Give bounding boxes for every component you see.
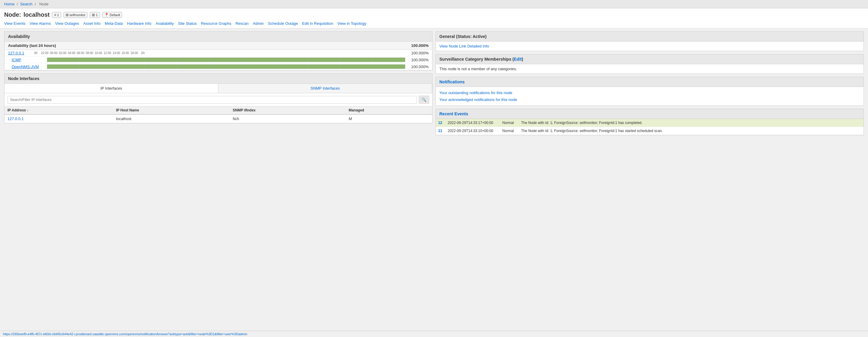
event-desc-11: The Node with Id: 1; ForeignSource: self… — [521, 129, 861, 133]
cell-managed: M — [346, 114, 432, 123]
nav-schedule-outage[interactable]: Schedule Outage — [268, 21, 298, 26]
badge-location-label: Default — [110, 13, 120, 17]
notifications-panel: Notifications Your outstanding notificat… — [435, 77, 864, 106]
icmp-pct: 100.000% — [408, 58, 429, 62]
availability-panel-title: Availability — [4, 32, 432, 41]
nav-view-alarms[interactable]: View Alarms — [30, 21, 51, 26]
interface-tabs: IP Interfaces SNMP Interfaces — [4, 84, 432, 93]
nav-view-events[interactable]: View Events — [4, 21, 25, 26]
time-label-8: 12:00 — [103, 51, 112, 55]
nav-site-status[interactable]: Site Status — [178, 21, 197, 26]
service-icmp-link[interactable]: ICMP — [12, 58, 44, 62]
event-row-11: 11 2022-09-29T14:33:10+00:00 Normal The … — [436, 127, 864, 135]
view-node-link[interactable]: View Node Link Detailed Info — [436, 41, 864, 51]
location-icon: 📍 — [104, 13, 109, 17]
time-label-1: 22:00 — [40, 51, 49, 55]
nav-view-outages[interactable]: View Outages — [55, 21, 79, 26]
event-severity-11: Normal — [502, 129, 519, 133]
availability-panel: Availability Availability (last 24 hours… — [4, 31, 433, 71]
badge-list[interactable]: ≡ 1 — [52, 12, 61, 18]
avail-ip-row: 127.0.0.1 00 22:00 00:00 02:00 04:00 06:… — [4, 50, 432, 56]
event-row-12: 12 2022-09-29T14:33:17+00:00 Normal The … — [436, 119, 864, 127]
event-severity-12: Normal — [502, 121, 519, 125]
time-label-7: 10:00 — [94, 51, 103, 55]
node-name: localhost — [24, 11, 50, 18]
nav-hardware-info[interactable]: Hardware Info — [127, 21, 152, 26]
tab-snmp-interfaces[interactable]: SNMP Interfaces — [218, 84, 432, 93]
general-panel: General (Status: Active) View Node Link … — [435, 31, 864, 51]
cell-hostname: localhost — [113, 114, 230, 123]
search-row: 🔍 — [4, 93, 432, 106]
breadcrumb-current: Node — [39, 2, 49, 6]
grid-icon: ⊞ — [92, 13, 95, 17]
breadcrumb-home[interactable]: Home — [4, 2, 14, 6]
icmp-bar-ticks — [47, 58, 405, 62]
badge-location[interactable]: 📍 Default — [102, 12, 122, 18]
nav-admin[interactable]: Admin — [253, 21, 264, 26]
nav-view-topology[interactable]: View in Topology — [337, 21, 366, 26]
jvm-pct: 100.000% — [408, 64, 429, 69]
surveillance-edit-link[interactable]: Edit — [514, 57, 522, 61]
nav-resource-graphs[interactable]: Resource Graphs — [201, 21, 231, 26]
event-id-12[interactable]: 12 — [438, 121, 445, 125]
time-label-6: 08:00 — [85, 51, 94, 55]
breadcrumb-search[interactable]: Search — [20, 2, 32, 6]
cell-snmp: N/A — [230, 114, 346, 123]
col-ip-address: IP Address ↕ — [4, 106, 113, 114]
surveillance-panel-title: Surveillance Category Memberships (Edit) — [436, 54, 864, 64]
time-axis: 00 22:00 00:00 02:00 04:00 06:00 08:00 1… — [31, 51, 405, 55]
notifications-links: Your outstanding notifications for this … — [436, 87, 864, 106]
search-input[interactable] — [7, 96, 417, 104]
ip-table: IP Address ↕ IP Host Name SNMP ifIndex M… — [4, 106, 432, 123]
notifications-panel-title: Notifications — [436, 77, 864, 87]
outstanding-notifications-link[interactable]: Your outstanding notifications for this … — [436, 88, 864, 96]
event-time-12: 2022-09-29T14:33:17+00:00 — [448, 121, 500, 125]
right-column: General (Status: Active) View Node Link … — [435, 31, 864, 135]
search-button[interactable]: 🔍 — [419, 95, 429, 104]
service-jvm-link[interactable]: OpenNMS-JVM — [12, 64, 44, 69]
table-row: 127.0.0.1 localhost N/A M — [4, 114, 432, 123]
sort-icon[interactable]: ↕ — [27, 109, 28, 112]
service-row-icmp: ICMP — [4, 56, 432, 63]
nav-links: View Events View Alarms View Outages Ass… — [0, 20, 868, 28]
monitor-icon: ⊞ — [66, 13, 69, 17]
event-desc-12: The Node with Id: 1; ForeignSource: self… — [521, 121, 861, 125]
interfaces-panel-title: Node Interfaces — [4, 74, 432, 84]
ip-address-link[interactable]: 127.0.0.1 — [7, 116, 24, 121]
node-prefix: Node: — [4, 11, 21, 18]
time-label-11: 18:00 — [130, 51, 139, 55]
badge-list-value: 1 — [57, 13, 59, 17]
list-icon: ≡ — [54, 13, 56, 17]
node-header: Node: localhost ≡ 1 ⊞ selfmonitor ⊞ 1 📍 … — [0, 8, 868, 20]
tab-ip-interfaces[interactable]: IP Interfaces — [4, 84, 218, 93]
node-title: Node: localhost ≡ 1 ⊞ selfmonitor ⊞ 1 📍 … — [4, 11, 864, 18]
time-label-10: 16:00 — [121, 51, 130, 55]
interfaces-panel: Node Interfaces IP Interfaces SNMP Inter… — [4, 74, 433, 123]
main-content: Availability Availability (last 24 hours… — [0, 28, 868, 138]
avail-row-label: Availability (last 24 hours) — [8, 43, 56, 48]
time-label-4: 04:00 — [67, 51, 76, 55]
jvm-bar — [47, 64, 405, 69]
recent-events-panel: Recent Events 12 2022-09-29T14:33:17+00:… — [435, 109, 864, 135]
nav-meta-data[interactable]: Meta-Data — [105, 21, 123, 26]
time-label-12: 20: — [139, 51, 148, 55]
nav-asset-info[interactable]: Asset Info — [83, 21, 100, 26]
icmp-bar — [47, 57, 405, 62]
nav-availability[interactable]: Availability — [155, 21, 174, 26]
badge-selfmonitor[interactable]: ⊞ selfmonitor — [64, 12, 88, 18]
avail-ip-link[interactable]: 127.0.0.1 — [8, 51, 29, 55]
nav-rescan[interactable]: Rescan — [235, 21, 248, 26]
time-label-9: 14:00 — [112, 51, 121, 55]
surveillance-title-text: Surveillance Category Memberships — [439, 57, 511, 61]
time-label-5: 06:00 — [76, 51, 85, 55]
col-snmp-ifindex: SNMP ifIndex — [230, 106, 346, 114]
badge-grid[interactable]: ⊞ 1 — [90, 12, 100, 18]
event-id-11[interactable]: 11 — [438, 129, 445, 133]
col-managed: Managed — [346, 106, 432, 114]
acknowledged-notifications-link[interactable]: Your acknowledged notifications for this… — [436, 96, 864, 103]
breadcrumb: Home / Search / Node — [0, 0, 868, 8]
nav-edit-requisition[interactable]: Edit in Requisition — [302, 21, 333, 26]
badge-selfmonitor-label: selfmonitor — [69, 13, 86, 17]
surveillance-panel: Surveillance Category Memberships (Edit)… — [435, 54, 864, 74]
table-header-row: IP Address ↕ IP Host Name SNMP ifIndex M… — [4, 106, 432, 114]
